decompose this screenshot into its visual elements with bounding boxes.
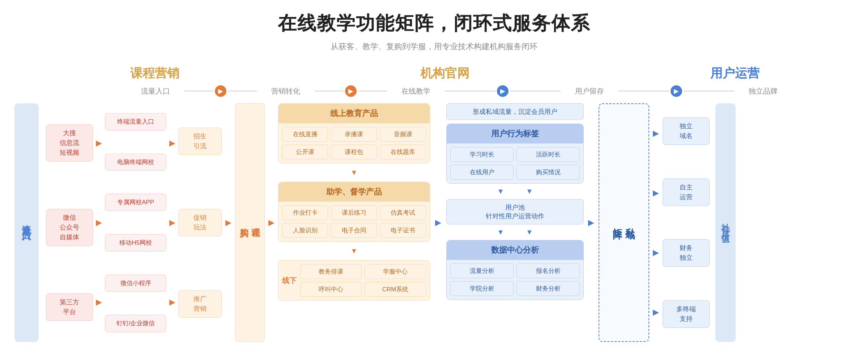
course-purchase-label: 课程 购买: [235, 103, 265, 342]
down-arrow-2: ▼: [278, 247, 430, 255]
flow-label-2: 在线教学: [394, 86, 438, 96]
private-domain-box: 私域 矩阵: [599, 103, 649, 342]
assist-body: 作业打卡 课后练习 仿真考试 人脸识别 电子合同 电子证书: [278, 202, 430, 241]
data-analysis-item-3: 财务分析: [516, 281, 580, 296]
brand-item-0: 独立 域名: [663, 117, 710, 145]
flow-label-1: 营销转化: [264, 86, 307, 96]
terminal-item-0: 终端流量入口: [105, 113, 166, 130]
offline-item-1: 学服中心: [365, 264, 426, 279]
data-analysis-item-1: 报名分析: [516, 263, 580, 278]
arrow-icon-1: ▶: [215, 85, 226, 97]
form-private-domain-text: 形成私域流量，沉淀会员用户: [446, 103, 584, 120]
arrow-terminal-3: ▶: [169, 297, 175, 307]
online-products-body: 在线直播 录播课 音频课 公开课 课程包 在线题库: [278, 123, 430, 163]
arrow-traffic-1: ▶: [96, 138, 102, 148]
marketing-item-0: 招生 引流: [178, 128, 222, 155]
online-item-0: 在线直播: [282, 127, 328, 142]
arrow-brand-3: ▶: [653, 248, 659, 257]
data-analysis-body: 流量分析 报名分析 学院分析 财务分析: [447, 260, 583, 300]
online-item-5: 在线题库: [380, 145, 426, 159]
terminal-item-3: 移动H5网校: [105, 234, 166, 252]
sub-title: 从获客、教学、复购到学服，用专业技术构建机构服务闭环: [14, 41, 854, 52]
arrow-terminal-2: ▶: [169, 218, 175, 227]
arrow-to-private: ▶: [588, 218, 594, 227]
offline-item-0: 教务排课: [300, 264, 362, 279]
marketing-item-1: 促销 玩法: [178, 209, 222, 236]
user-behavior-body: 学习时长 活跃时长 在线用户 购买情况: [447, 143, 583, 183]
user-behavior-card: 用户行为标签 学习时长 活跃时长 在线用户 购买情况: [446, 124, 584, 184]
arrow-icon-3: ▶: [497, 85, 509, 97]
user-pool-box: 用户池 针对性用户运营动作: [446, 199, 584, 224]
arrow-terminal-1: ▶: [169, 138, 175, 148]
terminal-item-4: 微信小程序: [105, 275, 166, 292]
brand-item-1: 自主 运营: [663, 179, 710, 206]
user-behavior-item-2: 在线用户: [450, 165, 514, 180]
terminal-item-1: 电脑终端网校: [105, 154, 166, 171]
assist-item-4: 电子合同: [331, 223, 377, 238]
flow-label-4: 独立品牌: [741, 86, 785, 96]
arrow-brand-1: ▶: [653, 129, 659, 138]
traffic-source-3: 第三方 平台: [46, 293, 93, 321]
online-products-card: 线上教育产品 在线直播 录播课 音频课 公开课 课程包 在线题库: [278, 103, 430, 163]
down-arrows-row: ▼ ▼: [446, 187, 584, 196]
data-analysis-item-0: 流量分析: [450, 263, 514, 278]
traffic-source-2: 微信 公众号 自媒体: [46, 209, 93, 246]
down-arrow-blue-4: ▼: [526, 228, 533, 236]
main-content: 流量入口 大搜 信息流 短视频 微信 公众号 自媒体 第三方 平台 ▶ ▶ ▶ …: [14, 103, 854, 342]
down-arrows-row-2: ▼ ▼: [446, 228, 584, 236]
data-analysis-card: 数据中心分析 流量分析 报名分析 学院分析 财务分析: [446, 240, 584, 300]
assist-item-3: 人脸识别: [282, 223, 328, 238]
arrow-to-user: ▶: [435, 218, 441, 227]
category-header-2: 机构官网: [420, 65, 469, 82]
offline-item-3: CRM系统: [365, 282, 426, 297]
offline-label: 线下: [282, 276, 297, 286]
offline-item-2: 呼叫中心: [300, 282, 362, 297]
traffic-source-1: 大搜 信息流 短视频: [46, 124, 93, 162]
data-analysis-header: 数据中心分析: [447, 240, 583, 260]
left-entry-label: 流量入口: [14, 103, 39, 342]
arrow-traffic-3: ▶: [96, 297, 102, 307]
arrow-from-purchase: ▶: [268, 218, 275, 227]
offline-section: 线下 教务排课 学服中心 呼叫中心 CRM系统: [278, 260, 430, 301]
user-behavior-item-0: 学习时长: [450, 147, 514, 162]
user-behavior-item-1: 活跃时长: [516, 147, 580, 162]
arrow-icon-4: ▶: [671, 85, 682, 97]
arrow-traffic-2: ▶: [96, 218, 102, 227]
down-arrow-blue-1: ▼: [497, 187, 504, 196]
arrow-icon-2: ▶: [345, 85, 357, 97]
flow-label-3: 用户留存: [568, 86, 611, 96]
assist-header: 助学、督学产品: [278, 182, 430, 202]
assist-item-5: 电子证书: [380, 223, 426, 238]
terminal-item-5: 钉钉/企业微信: [105, 315, 166, 332]
online-item-4: 课程包: [331, 145, 377, 159]
online-item-3: 公开课: [282, 145, 328, 159]
down-arrow-1: ▼: [278, 168, 430, 177]
assist-item-0: 作业打卡: [282, 205, 328, 220]
main-title: 在线教学功能矩阵，闭环式服务体系: [14, 11, 854, 36]
brand-item-3: 多终端 支持: [663, 300, 710, 328]
assist-card: 助学、督学产品 作业打卡 课后练习 仿真考试 人脸识别 电子合同 电子证书: [278, 182, 430, 242]
arrow-brand-2: ▶: [653, 188, 659, 198]
social-value-label: 社会 价值: [715, 103, 736, 342]
down-arrow-blue-2: ▼: [526, 187, 533, 196]
user-behavior-header: 用户行为标签: [447, 124, 583, 143]
private-domain-label: 私域 矩阵: [611, 220, 637, 225]
terminal-item-2: 专属网校APP: [105, 194, 166, 211]
brand-item-2: 财务 独立: [663, 239, 710, 267]
marketing-item-2: 推广 营销: [178, 290, 222, 318]
online-item-1: 录播课: [331, 127, 377, 142]
data-analysis-item-2: 学院分析: [450, 281, 514, 296]
down-arrow-blue-3: ▼: [497, 228, 504, 236]
category-header-1: 课程营销: [130, 65, 179, 82]
assist-item-2: 仿真考试: [380, 205, 426, 220]
arrow-to-purchase: ▶: [225, 218, 231, 227]
user-retention-section: 形成私域流量，沉淀会员用户 用户行为标签 学习时长 活跃时长 在线用户 购买情况…: [446, 103, 584, 342]
flow-label-0: 流量入口: [134, 86, 177, 96]
online-item-2: 音频课: [380, 127, 426, 142]
user-behavior-item-3: 购买情况: [516, 165, 580, 180]
assist-item-1: 课后练习: [331, 205, 377, 220]
online-products-header: 线上教育产品: [278, 104, 430, 123]
category-header-3: 用户运营: [710, 65, 760, 82]
arrow-brand-4: ▶: [653, 308, 659, 317]
page-container: 在线教学功能矩阵，闭环式服务体系 从获客、教学、复购到学服，用专业技术构建机构服…: [0, 0, 868, 352]
